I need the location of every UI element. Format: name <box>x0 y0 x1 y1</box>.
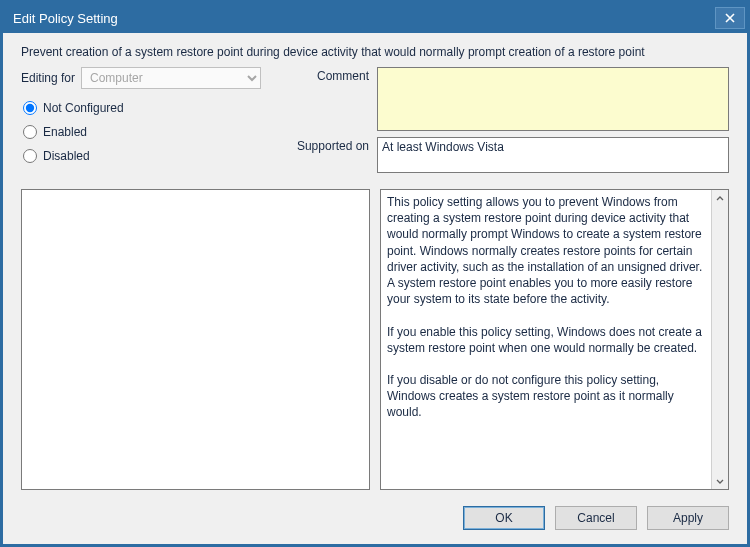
comment-label: Comment <box>285 67 369 83</box>
ok-button[interactable]: OK <box>463 506 545 530</box>
supported-on-field <box>377 137 729 173</box>
supported-on-label: Supported on <box>285 137 369 153</box>
radio-disabled-input[interactable] <box>23 149 37 163</box>
dialog-content: Prevent creation of a system restore poi… <box>3 33 747 544</box>
scroll-down-button[interactable] <box>712 472 728 489</box>
window-title: Edit Policy Setting <box>13 11 715 26</box>
chevron-down-icon <box>716 477 724 485</box>
cancel-button[interactable]: Cancel <box>555 506 637 530</box>
scroll-up-button[interactable] <box>712 190 728 207</box>
options-panel <box>21 189 370 490</box>
radio-not-configured-input[interactable] <box>23 101 37 115</box>
radio-disabled-label: Disabled <box>43 149 90 163</box>
edit-policy-window: Edit Policy Setting Prevent creation of … <box>0 0 750 547</box>
chevron-up-icon <box>716 195 724 203</box>
comment-input[interactable] <box>377 67 729 131</box>
description-panel: This policy setting allows you to preven… <box>380 189 729 490</box>
policy-name: Prevent creation of a system restore poi… <box>21 45 729 59</box>
radio-not-configured-label: Not Configured <box>43 101 124 115</box>
radio-enabled-label: Enabled <box>43 125 87 139</box>
description-scrollbar[interactable] <box>711 190 728 489</box>
upper-section: Editing for Computer Not Configured Enab… <box>21 67 729 173</box>
radio-not-configured[interactable]: Not Configured <box>23 101 261 115</box>
close-icon <box>725 13 735 23</box>
lower-section: This policy setting allows you to preven… <box>21 189 729 490</box>
radio-disabled[interactable]: Disabled <box>23 149 261 163</box>
state-radio-group: Not Configured Enabled Disabled <box>23 101 261 163</box>
radio-enabled[interactable]: Enabled <box>23 125 261 139</box>
editing-for-select[interactable]: Computer <box>81 67 261 89</box>
close-button[interactable] <box>715 7 745 29</box>
description-text: This policy setting allows you to preven… <box>381 190 711 489</box>
dialog-button-row: OK Cancel Apply <box>21 506 729 530</box>
radio-enabled-input[interactable] <box>23 125 37 139</box>
titlebar[interactable]: Edit Policy Setting <box>3 3 747 33</box>
apply-button[interactable]: Apply <box>647 506 729 530</box>
editing-for-label: Editing for <box>21 71 75 85</box>
